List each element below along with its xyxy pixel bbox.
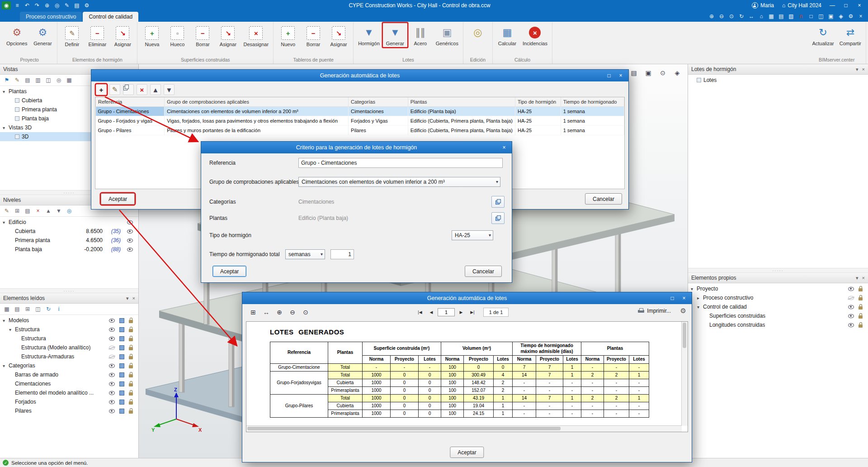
sheets-icon[interactable]: ▤ [72,1,81,10]
tree-item-proyecto[interactable]: ▾Proyecto [688,284,868,293]
expander-icon[interactable]: ▾ [3,125,9,130]
ribbon-button-nuevo[interactable]: +Nuevo [276,23,300,48]
eye-icon[interactable] [848,314,854,318]
lot-cell[interactable]: Forjados y Vigas [349,116,408,126]
lock-icon[interactable] [129,338,133,341]
close-button[interactable]: × [853,0,866,10]
prev-page-button[interactable]: ◀ [426,308,436,316]
eye-icon[interactable] [848,287,854,291]
collapse-panel-icon[interactable]: ▾ [126,295,129,301]
lot-cell[interactable]: 1 semana [561,126,624,135]
eye-icon[interactable] [127,229,133,234]
lot-cell[interactable]: Vigas, forjados, losas para pavimentos y… [165,116,349,126]
cube-icon[interactable] [119,354,124,359]
fit-width-icon[interactable]: ↔ [262,308,271,317]
lock-icon[interactable] [859,315,863,319]
tree-item-superficies-construidas[interactable]: Superficies construidas [688,311,868,320]
lock-icon[interactable] [859,297,863,300]
cube-icon[interactable] [119,345,124,350]
lock-icon[interactable] [129,410,133,414]
lot-cell[interactable]: Pilares [349,126,408,135]
cube-icon[interactable] [119,409,124,414]
model-grid-icon[interactable]: ▦ [2,305,11,314]
report-settings-icon[interactable]: ⚙ [680,307,686,315]
lock-icon[interactable] [129,383,133,386]
view-settings-icon[interactable]: ⚙ [846,12,855,21]
app-logo-icon[interactable]: ◉ [2,1,11,10]
ribbon-button-incidencias[interactable]: ×Incidencias [520,23,550,47]
menu-icon[interactable]: ≡ [13,1,22,10]
lock-icon[interactable] [129,347,133,350]
page-number-input[interactable] [438,308,455,316]
close-icon[interactable]: × [498,143,510,152]
edit-icon[interactable]: ✎ [62,1,71,10]
ribbon-button-opciones[interactable]: ⚙Opciones [4,23,29,47]
maximize-icon[interactable]: □ [666,294,678,303]
zoom-in-icon[interactable]: ⊕ [707,12,716,21]
tree-item-planta-baja[interactable]: Planta baja-0.2000(88) [0,245,138,254]
lot-cell[interactable]: HA-25 [515,107,561,116]
lots-column-header[interactable]: Categorías [349,97,408,107]
tree-item-edificio[interactable]: ▾Edificio [0,218,138,227]
ribbon-button-asignar[interactable]: ↘Asignar [216,23,240,48]
eye-icon[interactable] [127,238,133,243]
maximize-icon[interactable]: □ [603,71,615,80]
pan-icon[interactable]: ↔ [747,12,756,21]
zoom-in-icon[interactable]: ⊕ [42,1,52,10]
tree-item-estructura[interactable]: ▾Estructura [0,325,138,334]
lot-cell[interactable]: 1 semana [561,116,624,126]
tables-icon[interactable]: ▤ [777,12,786,21]
lock-icon[interactable] [129,374,133,377]
eye-icon[interactable] [109,382,115,386]
expander-icon[interactable]: ▾ [3,318,9,323]
collapse-panel-icon[interactable]: ▾ [856,67,859,72]
lot-cell[interactable]: 1 semana [561,107,624,116]
lot-row[interactable]: Grupo - CimentacionesCimentaciones con e… [96,107,624,116]
zoom-page-icon[interactable]: ⊞ [249,308,258,317]
report-hscrollbar[interactable] [246,425,682,432]
last-page-button[interactable]: ▶| [467,308,477,316]
tab-control-de-calidad[interactable]: Control de calidad [83,12,138,22]
tree-item-estructura-armaduras[interactable]: Estructura-Armaduras [0,352,138,361]
close-icon[interactable]: × [678,294,690,303]
ribbon-button-nueva[interactable]: +Nueva [140,23,164,48]
lock-icon[interactable] [129,320,133,323]
model-add-icon[interactable]: ⊞ [23,305,32,314]
vp-3d-view-icon[interactable]: ◈ [672,68,682,78]
categorias-layers-button[interactable] [491,196,505,208]
close-panel-icon[interactable]: × [862,275,865,281]
report-aceptar-button[interactable]: Aceptar [450,447,484,458]
panel-splitter[interactable] [688,268,868,273]
ribbon-button-acero[interactable]: ∥∥Acero [408,23,433,47]
user-menu[interactable]: Maria [752,2,774,9]
eye-icon[interactable] [109,319,115,323]
next-page-button[interactable]: ▶ [456,308,466,316]
lot-cell[interactable]: HA-25 [515,126,561,135]
tipo-hormigon-select[interactable]: HA-25 ▾ [452,230,493,240]
hatch-icon[interactable]: ▧ [787,12,796,21]
tree-item-longitudes-construidas[interactable]: Longitudes construidas [688,320,868,329]
level-down-icon[interactable]: ▼ [54,206,63,215]
tree-item-control-de-calidad[interactable]: ▾Control de calidad [688,302,868,311]
tree-item-pilares[interactable]: Pilares [0,406,138,415]
expander-icon[interactable]: ▾ [3,220,9,225]
orbit-icon[interactable]: ↻ [737,12,746,21]
cube-icon[interactable] [119,381,124,386]
lot-cell[interactable]: Grupo - Pilares [96,126,165,135]
eye-icon[interactable] [109,364,115,368]
lots-column-header[interactable]: Plantas [408,97,515,107]
expander-icon[interactable]: ▾ [3,363,9,368]
sort-views-icon[interactable]: ◫ [44,76,53,85]
lock-icon[interactable] [129,329,133,332]
cancelar-button[interactable]: Cancelar [465,266,502,277]
ribbon-button-genericos[interactable]: ▣Genéricos [434,23,461,47]
close-panel-icon[interactable]: × [862,67,865,72]
zoom-window-icon[interactable]: ⊙ [727,12,736,21]
eye-off-icon[interactable] [848,296,854,300]
tree-item-barras-de-armado[interactable]: Barras de armado [0,370,138,379]
lot-cell[interactable]: Edificio (Planta baja) [408,107,515,116]
aceptar-button[interactable]: Aceptar [212,266,246,277]
duplicate-view-icon[interactable]: ▤ [23,76,32,85]
lot-cell[interactable]: Cimentaciones [349,107,408,116]
zoom-out-icon[interactable]: ⊖ [717,12,726,21]
